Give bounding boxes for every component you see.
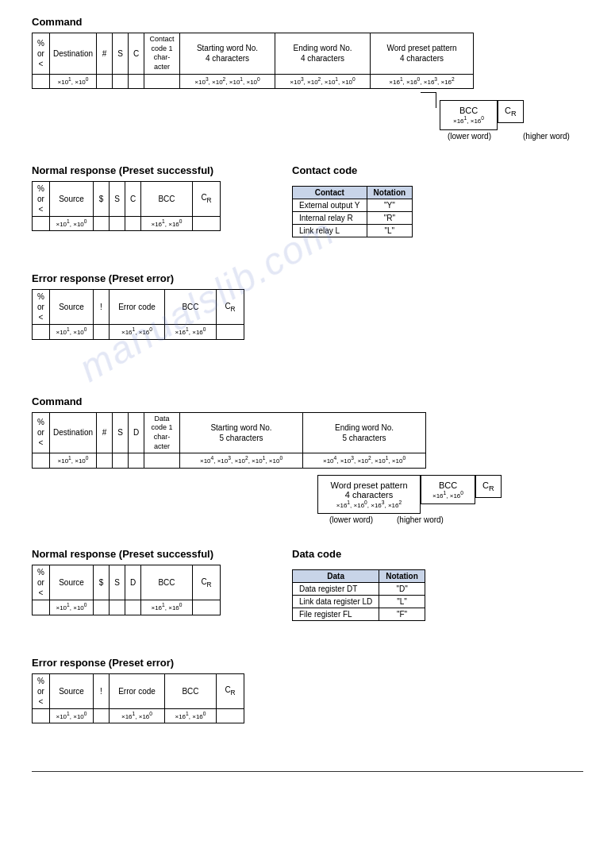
command-table-1: %or< Destination # S C Contact code 1 ch…: [32, 33, 474, 89]
contact-code-table: Contact Notation External output Y "Y" I…: [292, 186, 413, 237]
data-row-1-col1: Data register DT: [293, 583, 379, 596]
error-response-label-2: Error response (Preset error): [32, 657, 244, 669]
bottom-rule: [32, 771, 583, 772]
command-label-1: Command: [32, 16, 583, 28]
command-table-2: %or< Destination # S D Data code 1 char­…: [32, 412, 426, 469]
normal-response-label-2: Normal response (Preset successful): [32, 548, 244, 560]
data-code-label: Data code: [292, 548, 425, 560]
bcc-label-2: BCC: [432, 480, 463, 490]
data-row-2-col2: "L": [379, 596, 425, 608]
word-preset-label-2: Word preset pattern4 characters: [326, 480, 412, 500]
contact-row-2-col1: Internal relay R: [293, 211, 367, 224]
contact-row-2-col2: "R": [367, 211, 413, 224]
bcc-notation-2: ×161, ×160: [432, 490, 463, 500]
contact-code-label: Contact code: [292, 164, 413, 176]
data-code-section: Data code Data Notation Data register DT…: [292, 548, 425, 621]
word-preset-notation-2: ×161, ×160, ×163, ×162: [326, 500, 412, 509]
data-notation-header: Notation: [379, 570, 425, 583]
lower-word-2: (lower word): [329, 515, 373, 524]
higher-word-1: (higher word): [523, 132, 570, 141]
notation-header: Notation: [367, 186, 413, 199]
error-response-1: Error response (Preset error) %or< Sourc…: [32, 272, 244, 339]
section2-responses: Normal response (Preset successful) %or<…: [32, 548, 583, 747]
error-response-2: Error response (Preset error) %or< Sourc…: [32, 657, 244, 723]
data-row-3-col2: "F": [379, 608, 425, 621]
bcc-label-1: BCC: [453, 106, 484, 115]
data-row-2-col1: Link data register LD: [293, 596, 379, 608]
contact-row-3-col1: Link relay L: [293, 224, 367, 237]
data-row-3-col1: File register FL: [293, 608, 379, 621]
cr-label-1: CR: [505, 106, 517, 118]
section2-command: Command %or< Destination # S D Data code…: [32, 395, 583, 525]
higher-word-2: (higher word): [397, 515, 444, 524]
data-code-table: Data Notation Data register DT "D" Link …: [292, 569, 425, 621]
lower-word-1: (lower word): [448, 132, 491, 141]
bcc-notation-1: ×161, ×160: [453, 115, 484, 125]
normal-response-2: Normal response (Preset successful) %or<…: [32, 548, 244, 615]
contact-row-3-col2: "L": [367, 224, 413, 237]
normal-response-1: Normal response (Preset successful) %or<…: [32, 164, 244, 231]
section1-responses: Normal response (Preset successful) %or<…: [32, 164, 583, 364]
cr-label-2: CR: [482, 480, 494, 492]
contact-header: Contact: [293, 186, 367, 199]
error-response-label-1: Error response (Preset error): [32, 272, 244, 284]
command-label-2: Command: [32, 395, 583, 407]
data-row-1-col2: "D": [379, 583, 425, 596]
contact-row-1-col2: "Y": [367, 199, 413, 211]
normal-response-label-1: Normal response (Preset successful): [32, 164, 244, 176]
section1-command: Command %or< Destination # S C Contact c…: [32, 16, 583, 141]
data-header: Data: [293, 570, 379, 583]
contact-code-section: Contact code Contact Notation External o…: [292, 164, 413, 237]
contact-row-1-col1: External output Y: [293, 199, 367, 211]
